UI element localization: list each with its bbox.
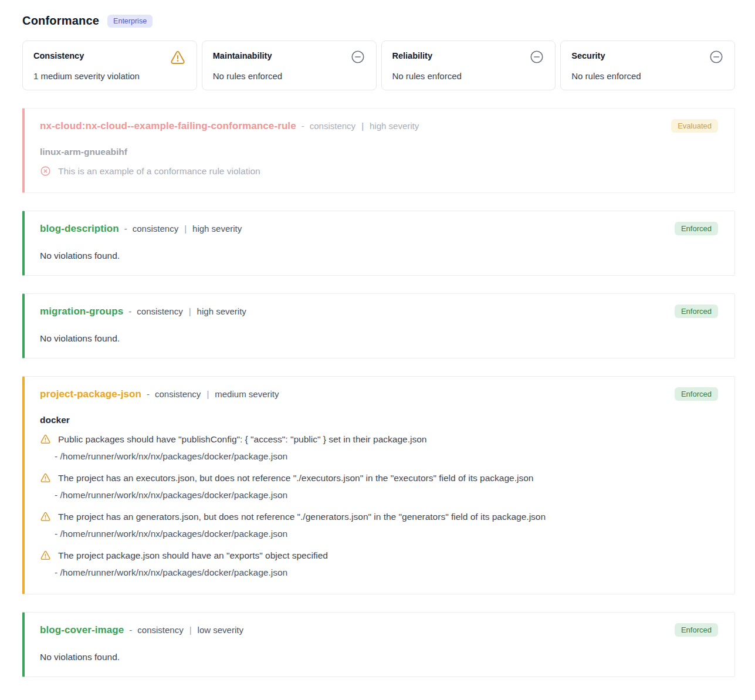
rule-meta: consistency | high severity — [133, 224, 242, 234]
rule-severity: high severity — [197, 306, 246, 316]
rule-name-link[interactable]: nx-cloud:nx-cloud--example-failing-confo… — [40, 120, 296, 132]
rule-dash: - — [147, 389, 150, 399]
rule-severity: high severity — [370, 121, 419, 131]
violation-message: The project has an executors.json, but d… — [58, 471, 533, 485]
summary-card: Maintainability No rules enforced — [202, 40, 377, 90]
rule-category: consistency — [137, 306, 182, 316]
violation-file-path: - /home/runner/work/nx/nx/packages/docke… — [55, 527, 718, 541]
rule-meta: consistency | medium severity — [155, 389, 279, 399]
violation-message: Public packages should have "publishConf… — [58, 432, 426, 447]
warning-triangle-icon — [40, 511, 51, 522]
summary-cards-row: Consistency 1 medium severity violation … — [22, 40, 735, 90]
rule-dash: - — [302, 121, 304, 131]
rule-card: project-package-json - consistency | med… — [22, 376, 735, 594]
violation-file-path: - /home/runner/work/nx/nx/packages/docke… — [55, 488, 718, 502]
page-title: Conformance — [22, 14, 99, 28]
violation-item: The project has an executors.json, but d… — [40, 471, 718, 502]
rule-name-link[interactable]: blog-description — [40, 223, 119, 235]
rule-meta-divider: | — [361, 121, 364, 131]
rule-category: consistency — [137, 625, 183, 635]
violation-file-path: - /home/runner/work/nx/nx/packages/docke… — [55, 449, 718, 464]
violation-list: This is an example of a conformance rule… — [40, 164, 718, 178]
rule-severity: medium severity — [215, 389, 279, 399]
rule-card: migration-groups - consistency | high se… — [22, 293, 735, 359]
summary-card-status: No rules enforced — [213, 71, 365, 81]
no-violations-text: No violations found. — [40, 333, 718, 344]
rule-severity: low severity — [198, 625, 243, 635]
summary-card: Consistency 1 medium severity violation — [22, 40, 197, 90]
rule-severity: high severity — [192, 224, 242, 234]
rule-name-link[interactable]: project-package-json — [40, 388, 141, 400]
violation-item: Public packages should have "publishConf… — [40, 432, 718, 464]
rule-meta-divider: | — [189, 625, 192, 635]
violation-item: The project package.json should have an … — [40, 549, 718, 580]
warning-triangle-icon — [170, 49, 186, 66]
rule-status-badge: Enforced — [675, 305, 718, 318]
rule-card: nx-cloud:nx-cloud--example-failing-confo… — [22, 108, 735, 193]
rule-meta-divider: | — [189, 306, 191, 316]
rule-name-link[interactable]: blog-cover-image — [40, 624, 124, 636]
violation-message: This is an example of a conformance rule… — [58, 164, 260, 178]
rule-dash: - — [129, 625, 132, 635]
violation-file-path: - /home/runner/work/nx/nx/packages/docke… — [55, 566, 718, 580]
minus-circle-icon — [350, 49, 365, 65]
violation-item: This is an example of a conformance rule… — [40, 164, 718, 178]
warning-triangle-icon — [40, 550, 51, 561]
minus-circle-icon — [709, 49, 724, 65]
no-violations-text: No violations found. — [40, 251, 718, 261]
summary-card-title: Reliability — [392, 49, 433, 60]
summary-card-status: No rules enforced — [571, 71, 724, 81]
rule-card: blog-description - consistency | high se… — [22, 211, 735, 276]
rule-card: blog-cover-image - consistency | low sev… — [22, 612, 735, 677]
rule-meta: consistency | high severity — [137, 306, 246, 316]
rule-status-badge: Enforced — [675, 387, 718, 401]
rule-status-badge: Evaluated — [671, 119, 718, 133]
summary-card-title: Security — [571, 49, 605, 60]
summary-card: Security No rules enforced — [560, 40, 735, 90]
error-circle-icon — [40, 165, 51, 177]
summary-card-title: Maintainability — [213, 49, 272, 60]
minus-circle-icon — [529, 49, 544, 65]
rule-dash: - — [128, 306, 131, 316]
rule-name-link[interactable]: migration-groups — [40, 306, 123, 317]
rule-category: consistency — [133, 224, 178, 234]
warning-triangle-icon — [40, 434, 51, 445]
no-violations-text: No violations found. — [40, 652, 718, 662]
warning-triangle-icon — [40, 472, 51, 483]
rule-category: consistency — [155, 389, 201, 399]
rule-meta: consistency | low severity — [137, 625, 243, 635]
violation-message: The project has an generators.json, but … — [58, 510, 546, 524]
project-name: linux-arm-gnueabihf — [40, 147, 718, 157]
rule-meta-divider: | — [206, 389, 209, 399]
rule-category: consistency — [310, 121, 356, 131]
enterprise-badge: Enterprise — [107, 15, 153, 28]
rule-status-badge: Enforced — [675, 623, 718, 637]
summary-card-status: No rules enforced — [392, 71, 545, 81]
violation-message: The project package.json should have an … — [58, 549, 328, 563]
rule-meta-divider: | — [184, 224, 187, 234]
project-name: docker — [40, 415, 718, 425]
rule-meta: consistency | high severity — [310, 121, 419, 131]
page-header: Conformance Enterprise — [22, 14, 735, 28]
rule-card-list: nx-cloud:nx-cloud--example-failing-confo… — [22, 108, 735, 677]
summary-card: Reliability No rules enforced — [381, 40, 556, 90]
violation-list: Public packages should have "publishConf… — [40, 432, 718, 580]
summary-card-title: Consistency — [33, 49, 84, 60]
summary-card-status: 1 medium severity violation — [33, 71, 186, 81]
rule-dash: - — [124, 224, 127, 234]
violation-item: The project has an generators.json, but … — [40, 510, 718, 541]
rule-status-badge: Enforced — [675, 222, 718, 235]
conformance-page: Conformance Enterprise Consistency 1 med… — [0, 0, 755, 700]
